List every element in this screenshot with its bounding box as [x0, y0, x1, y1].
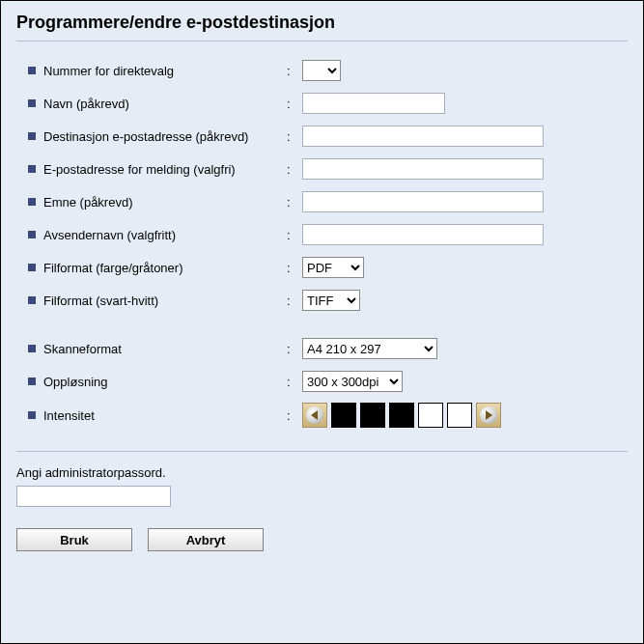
- intensity-swatch-2[interactable]: [360, 403, 385, 428]
- select-scan-format[interactable]: A4 210 x 297: [302, 338, 437, 359]
- divider-top: [16, 41, 628, 42]
- label-intensity: Intensitet: [43, 408, 95, 423]
- label-name: Navn (påkrevd): [43, 97, 129, 111]
- intensity-increase-button[interactable]: [476, 403, 501, 428]
- label-dest-email: Destinasjon e-postadresse (påkrevd): [43, 129, 248, 144]
- bullet-icon: [28, 132, 36, 140]
- input-subject[interactable]: [302, 191, 544, 212]
- row-number: Nummer for direktevalg :: [28, 59, 628, 82]
- row-scan-format: Skanneformat : A4 210 x 297: [28, 337, 628, 360]
- label-sender: Avsendernavn (valgfritt): [43, 228, 176, 242]
- label-notify-email: E-postadresse for melding (valgfri): [43, 162, 236, 177]
- colon: :: [287, 261, 296, 275]
- label-file-bw: Filformat (svart-hvitt): [43, 294, 158, 308]
- select-file-color[interactable]: PDF: [302, 257, 364, 278]
- label-number: Nummer for direktevalg: [43, 64, 174, 78]
- page-title: Programmere/endre e-postdestinasjon: [16, 9, 628, 41]
- cancel-button[interactable]: Avbryt: [148, 528, 264, 551]
- colon: :: [287, 162, 296, 177]
- bullet-icon: [28, 198, 36, 206]
- row-subject: Emne (påkrevd) :: [28, 190, 628, 213]
- row-resolution: Oppløsning : 300 x 300dpi: [28, 370, 628, 393]
- row-intensity: Intensitet :: [28, 403, 628, 428]
- colon: :: [287, 342, 296, 356]
- bullet-icon: [28, 345, 36, 352]
- label-scan-format: Skanneformat: [43, 342, 122, 356]
- bullet-icon: [28, 165, 36, 173]
- apply-button[interactable]: Bruk: [16, 528, 132, 551]
- password-input[interactable]: [16, 486, 171, 507]
- intensity-swatch-5[interactable]: [447, 403, 472, 428]
- select-resolution[interactable]: 300 x 300dpi: [302, 371, 403, 392]
- label-subject: Emne (påkrevd): [43, 195, 132, 210]
- colon: :: [287, 97, 296, 111]
- intensity-swatch-4[interactable]: [418, 403, 443, 428]
- label-resolution: Oppløsning: [43, 375, 107, 389]
- bullet-icon: [28, 67, 36, 74]
- password-label: Angi administratorpassord.: [16, 465, 628, 480]
- select-file-bw[interactable]: TIFF: [302, 290, 360, 311]
- row-file-color: Filformat (farge/gråtoner) : PDF: [28, 256, 628, 279]
- colon: :: [287, 195, 296, 210]
- row-notify-email: E-postadresse for melding (valgfri) :: [28, 157, 628, 181]
- row-file-bw: Filformat (svart-hvitt) : TIFF: [28, 289, 628, 312]
- colon: :: [287, 228, 296, 242]
- bullet-icon: [28, 264, 36, 271]
- bullet-icon: [28, 231, 36, 238]
- arrow-right-icon: [486, 410, 492, 420]
- colon: :: [287, 294, 296, 308]
- bullet-icon: [28, 378, 36, 385]
- row-sender: Avsendernavn (valgfritt) :: [28, 223, 628, 246]
- row-dest-email: Destinasjon e-postadresse (påkrevd) :: [28, 125, 628, 148]
- intensity-decrease-button[interactable]: [302, 403, 327, 428]
- label-file-color: Filformat (farge/gråtoner): [43, 261, 183, 275]
- bullet-icon: [28, 296, 36, 304]
- colon: :: [287, 408, 296, 423]
- arrow-left-icon: [311, 410, 318, 420]
- input-dest-email[interactable]: [302, 126, 544, 147]
- colon: :: [287, 375, 296, 389]
- bullet-icon: [28, 99, 36, 107]
- input-sender[interactable]: [302, 224, 544, 245]
- row-name: Navn (påkrevd) :: [28, 92, 628, 115]
- bullet-icon: [28, 411, 36, 419]
- intensity-control: [302, 403, 628, 428]
- input-notify-email[interactable]: [302, 158, 544, 180]
- colon: :: [287, 129, 296, 144]
- input-name[interactable]: [302, 93, 445, 114]
- intensity-swatch-1[interactable]: [331, 403, 356, 428]
- intensity-swatch-3[interactable]: [389, 403, 414, 428]
- colon: :: [287, 64, 296, 78]
- select-number[interactable]: [302, 60, 341, 81]
- divider-bottom: [16, 451, 628, 452]
